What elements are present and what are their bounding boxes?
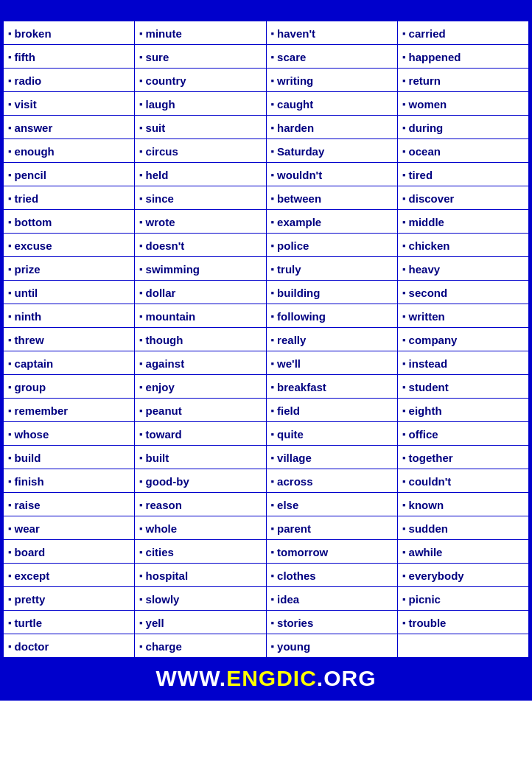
cell-r10-c3: ▪heavy — [398, 257, 530, 281]
cell-r6-c1: ▪held — [135, 163, 267, 186]
word-item: ▪dollar — [139, 285, 263, 301]
word-item: ▪chicken — [402, 238, 525, 253]
word-item: ▪happened — [402, 49, 525, 65]
word-item: ▪enjoy — [139, 379, 263, 395]
word-item: ▪held — [139, 167, 263, 183]
bullet-icon: ▪ — [271, 193, 275, 204]
word-table: ▪broken▪minute▪haven't▪carried▪fifth▪sur… — [2, 20, 530, 659]
cell-r23-c1: ▪hospital — [135, 564, 267, 587]
word-text: eighth — [409, 404, 442, 417]
bullet-icon: ▪ — [271, 311, 275, 322]
word-text: built — [146, 452, 169, 464]
cell-r25-c1: ▪yell — [135, 611, 267, 634]
word-text: police — [277, 239, 309, 252]
word-text: circus — [146, 145, 178, 158]
word-text: mountain — [146, 310, 196, 323]
word-text: everybody — [409, 569, 464, 582]
cell-r7-c1: ▪since — [135, 186, 267, 210]
cell-r14-c0: ▪captain — [3, 351, 135, 375]
bullet-icon: ▪ — [8, 52, 12, 63]
word-item: ▪awhile — [402, 544, 525, 560]
bullet-icon: ▪ — [139, 334, 143, 346]
cell-r9-c3: ▪chicken — [398, 234, 530, 257]
word-item: ▪example — [271, 214, 395, 230]
word-text: company — [409, 334, 458, 346]
bullet-icon: ▪ — [8, 429, 12, 440]
bullet-icon: ▪ — [139, 641, 143, 652]
word-text: reason — [146, 499, 182, 511]
word-text: minute — [146, 27, 182, 40]
bullet-icon: ▪ — [271, 570, 275, 581]
cell-r11-c2: ▪building — [266, 281, 398, 304]
word-text: captain — [15, 357, 54, 370]
word-text: quite — [277, 428, 304, 441]
word-text: cities — [146, 546, 174, 558]
cell-r14-c1: ▪against — [135, 351, 267, 375]
word-item: ▪second — [402, 285, 525, 301]
word-text: pencil — [15, 169, 46, 181]
word-item: ▪women — [402, 97, 525, 112]
word-item: ▪return — [402, 73, 525, 88]
word-text: harden — [277, 122, 314, 134]
word-item: ▪toward — [139, 427, 263, 442]
bullet-icon: ▪ — [8, 287, 12, 298]
bullet-icon: ▪ — [139, 99, 143, 110]
word-text: whose — [15, 428, 49, 441]
bullet-icon: ▪ — [8, 594, 12, 605]
cell-r7-c2: ▪between — [266, 186, 398, 210]
word-text: country — [146, 74, 186, 87]
cell-r9-c1: ▪doesn't — [135, 234, 267, 257]
word-item: ▪visit — [8, 97, 131, 112]
bullet-icon: ▪ — [8, 169, 12, 180]
word-item: ▪though — [139, 332, 263, 348]
bullet-icon: ▪ — [8, 499, 12, 511]
word-text: women — [409, 98, 447, 111]
cell-r13-c2: ▪really — [266, 328, 398, 351]
word-text: slowly — [146, 593, 180, 606]
page-wrapper: ▪broken▪minute▪haven't▪carried▪fifth▪sur… — [0, 0, 532, 701]
word-item: ▪fifth — [8, 49, 131, 65]
bullet-icon: ▪ — [271, 28, 275, 39]
word-item: ▪following — [271, 309, 395, 324]
cell-r4-c1: ▪suit — [135, 116, 267, 139]
bullet-icon: ▪ — [271, 452, 275, 463]
word-item: ▪police — [271, 238, 395, 253]
bullet-icon: ▪ — [139, 617, 143, 628]
page-footer: WWW.ENGDIC.ORG — [2, 659, 530, 698]
word-text: suit — [146, 122, 166, 134]
cell-r17-c2: ▪quite — [266, 422, 398, 446]
word-table-container: ▪broken▪minute▪haven't▪carried▪fifth▪sur… — [2, 20, 530, 659]
bullet-icon: ▪ — [8, 358, 12, 369]
word-item: ▪instead — [402, 356, 525, 371]
bullet-icon: ▪ — [139, 429, 143, 440]
word-text: laugh — [146, 98, 175, 111]
page-header — [2, 2, 530, 20]
bullet-icon: ▪ — [271, 146, 275, 157]
word-item: ▪truly — [271, 262, 395, 277]
cell-r8-c2: ▪example — [266, 210, 398, 234]
bullet-icon: ▪ — [402, 476, 406, 487]
cell-r19-c0: ▪finish — [3, 469, 135, 493]
bullet-icon: ▪ — [402, 28, 406, 39]
cell-r23-c2: ▪clothes — [266, 564, 398, 587]
bullet-icon: ▪ — [271, 523, 275, 534]
bullet-icon: ▪ — [139, 146, 143, 157]
word-item: ▪building — [271, 285, 395, 301]
bullet-icon: ▪ — [402, 287, 406, 298]
word-text: board — [15, 546, 46, 558]
bullet-icon: ▪ — [139, 217, 143, 228]
word-item: ▪sure — [139, 49, 263, 65]
word-text: wouldn't — [277, 169, 322, 181]
word-text: clothes — [277, 569, 316, 582]
word-item: ▪tried — [8, 191, 131, 206]
bullet-icon: ▪ — [139, 287, 143, 298]
cell-r24-c1: ▪slowly — [135, 587, 267, 611]
word-item: ▪known — [402, 497, 525, 513]
cell-r14-c2: ▪we'll — [266, 351, 398, 375]
word-text: scare — [277, 51, 306, 63]
word-text: following — [277, 310, 326, 323]
cell-r18-c0: ▪build — [3, 446, 135, 469]
word-item: ▪trouble — [402, 615, 525, 631]
cell-r13-c0: ▪threw — [3, 328, 135, 351]
bullet-icon: ▪ — [402, 382, 406, 393]
